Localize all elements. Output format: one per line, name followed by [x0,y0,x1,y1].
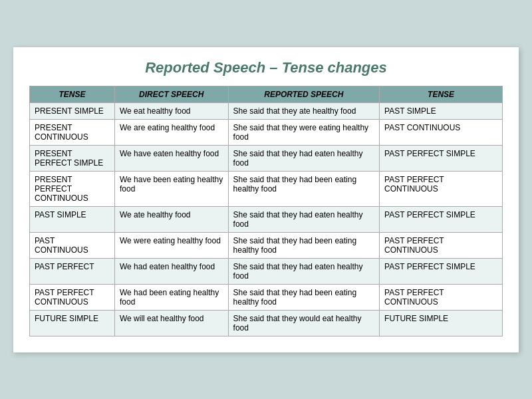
table-row: PAST SIMPLE We ate healthy food She said… [30,206,503,232]
cell-tense2: PAST PERFECT CONTINUOUS [380,171,503,206]
cell-tense2: PAST PERFECT CONTINUOUS [380,284,503,310]
cell-tense2: PAST PERFECT SIMPLE [380,145,503,171]
header-direct-speech: DIRECT SPEECH [114,86,228,102]
cell-tense: PRESENT PERFECT SIMPLE [30,145,115,171]
cell-tense2: FUTURE SIMPLE [380,310,503,336]
cell-reported: She said that they had been eating healt… [228,171,380,206]
table-row: PRESENT PERFECT SIMPLE We have eaten hea… [30,145,503,171]
cell-tense: PAST CONTINUOUS [30,232,115,258]
cell-tense2: PAST SIMPLE [380,102,503,119]
cell-tense2: PAST PERFECT SIMPLE [380,206,503,232]
table-row: FUTURE SIMPLE We will eat healthy food S… [30,310,503,336]
cell-reported: She said that they had been eating healt… [228,232,380,258]
main-card: Reported Speech – Tense changes TENSE DI… [13,47,519,352]
cell-tense: PRESENT SIMPLE [30,102,115,119]
header-tense: TENSE [30,86,115,102]
cell-reported: She said that they had eaten healthy foo… [228,145,380,171]
cell-tense2: PAST PERFECT CONTINUOUS [380,232,503,258]
cell-direct: We will eat healthy food [114,310,228,336]
cell-direct: We are eating healthy food [114,119,228,145]
table-row: PRESENT SIMPLE We eat healthy food She s… [30,102,503,119]
tense-table: TENSE DIRECT SPEECH REPORTED SPEECH TENS… [29,86,503,336]
page-title: Reported Speech – Tense changes [29,59,503,76]
table-row: PAST PERFECT We had eaten healthy food S… [30,258,503,284]
cell-reported: She said that they had been eating healt… [228,284,380,310]
cell-reported: She said that they had eaten healthy foo… [228,206,380,232]
header-tense2: TENSE [380,86,503,102]
cell-tense2: PAST PERFECT SIMPLE [380,258,503,284]
cell-reported: She said that they had eaten healthy foo… [228,258,380,284]
table-row: PAST CONTINUOUS We were eating healthy f… [30,232,503,258]
cell-tense2: PAST CONTINUOUS [380,119,503,145]
cell-direct: We had eaten healthy food [114,258,228,284]
cell-tense: PAST SIMPLE [30,206,115,232]
cell-reported: She said that they ate healthy food [228,102,380,119]
cell-direct: We eat healthy food [114,102,228,119]
cell-reported: She said that they were eating healthy f… [228,119,380,145]
header-reported-speech: REPORTED SPEECH [228,86,380,102]
cell-tense: PRESENT CONTINUOUS [30,119,115,145]
cell-direct: We have been eating healthy food [114,171,228,206]
table-row: PRESENT PERFECT CONTINUOUS We have been … [30,171,503,206]
cell-direct: We were eating healthy food [114,232,228,258]
cell-tense: PRESENT PERFECT CONTINUOUS [30,171,115,206]
cell-tense: PAST PERFECT [30,258,115,284]
cell-tense: PAST PERFECT CONTINUOUS [30,284,115,310]
cell-reported: She said that they would eat healthy foo… [228,310,380,336]
cell-direct: We ate healthy food [114,206,228,232]
cell-direct: We have eaten healthy food [114,145,228,171]
table-row: PRESENT CONTINUOUS We are eating healthy… [30,119,503,145]
cell-direct: We had been eating healthy food [114,284,228,310]
table-row: PAST PERFECT CONTINUOUS We had been eati… [30,284,503,310]
cell-tense: FUTURE SIMPLE [30,310,115,336]
